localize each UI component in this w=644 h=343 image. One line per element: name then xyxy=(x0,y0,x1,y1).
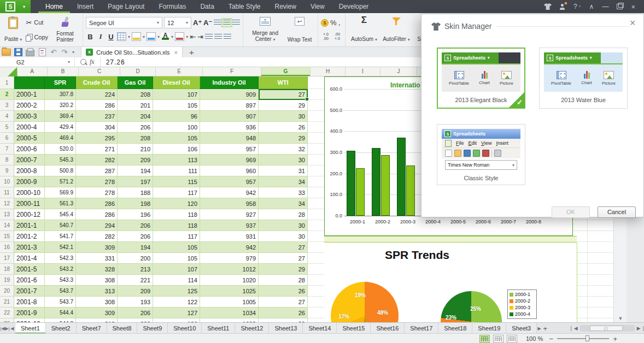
cell[interactable]: 500.8 xyxy=(45,165,76,176)
cell[interactable]: 106 xyxy=(153,144,200,155)
align-bottom-icon[interactable] xyxy=(232,20,240,26)
skin-option-classic-style[interactable]: S Spreadsheets File Edit View Insert T xyxy=(437,124,525,185)
header-cell-diesel-oil[interactable]: Diesel Oil xyxy=(153,76,200,89)
cell[interactable]: 107 xyxy=(153,89,200,100)
cell[interactable]: 105 xyxy=(153,253,200,264)
cell[interactable]: 561.3 xyxy=(45,198,76,209)
sheet-tab-sheet19[interactable]: Sheet19 xyxy=(472,323,506,334)
row-number-10[interactable]: 10 xyxy=(0,176,14,187)
underline-button[interactable]: U xyxy=(107,33,115,41)
decrease-indent-icon[interactable]: ⇤ xyxy=(190,33,196,41)
cell[interactable]: 2001-1 xyxy=(14,220,45,231)
cell[interactable]: 204 xyxy=(118,111,153,122)
cell[interactable]: 2001-10 xyxy=(14,318,45,322)
skin-icon[interactable] xyxy=(544,3,552,10)
cell[interactable]: 29 xyxy=(259,264,308,275)
merge-center-button[interactable]: Merge and Center ▾ xyxy=(246,15,284,45)
cell[interactable]: 308 xyxy=(76,297,118,307)
cell[interactable]: 542.1 xyxy=(45,242,76,253)
cell[interactable]: 200 xyxy=(118,253,153,264)
align-center-icon[interactable] xyxy=(214,34,222,40)
sheet-nav-prev[interactable]: ◀ xyxy=(10,323,15,334)
row-number-15[interactable]: 15 xyxy=(0,231,14,242)
row-number-23[interactable]: 23 xyxy=(0,318,14,322)
cell[interactable]: 2000-5 xyxy=(14,133,45,144)
wrap-text-button[interactable]: ↩ Wrap Text xyxy=(284,15,315,45)
document-tab[interactable]: X Crude Oil Sto...Situation.xls × xyxy=(81,46,183,57)
menu-tab-insert[interactable]: Insert xyxy=(70,0,101,13)
cell-shading-dropdown[interactable] xyxy=(132,32,141,41)
row-number-3[interactable]: 3 xyxy=(0,100,14,111)
cell[interactable]: 286 xyxy=(76,209,118,220)
cell[interactable]: 1034 xyxy=(200,307,259,318)
page-layout-view-button[interactable] xyxy=(507,335,517,343)
row-number-20[interactable]: 20 xyxy=(0,286,14,297)
align-top-icon[interactable] xyxy=(214,20,221,26)
cell[interactable]: 278 xyxy=(76,176,118,187)
cell[interactable]: 100 xyxy=(153,122,200,133)
column-header-i[interactable]: I xyxy=(346,67,380,76)
cell[interactable]: 237 xyxy=(76,111,118,122)
cell[interactable]: 224 xyxy=(76,89,118,100)
cell[interactable]: 206 xyxy=(118,307,153,318)
cell[interactable]: 28 xyxy=(259,209,308,220)
help-icon[interactable]: ?▾ xyxy=(573,3,581,10)
cell[interactable]: 286 xyxy=(76,198,118,209)
header-cell-gas-oil[interactable]: Gas Oil xyxy=(118,76,153,89)
cell[interactable]: 520.0 xyxy=(45,144,76,155)
cell[interactable]: 969 xyxy=(200,155,259,165)
cell[interactable]: 26 xyxy=(259,122,308,133)
row-number-9[interactable]: 9 xyxy=(0,165,14,176)
cell[interactable]: 208 xyxy=(118,318,153,322)
cell[interactable]: 194 xyxy=(118,165,153,176)
cell[interactable]: 115 xyxy=(153,176,200,187)
sheet-tab-sheet13[interactable]: Sheet13 xyxy=(269,323,303,334)
cell[interactable]: 221 xyxy=(118,275,153,286)
cell[interactable]: 331 xyxy=(76,253,118,264)
cell[interactable]: 208 xyxy=(118,133,153,144)
cell[interactable]: 909 xyxy=(200,89,259,100)
column-header-c[interactable]: C xyxy=(79,67,120,76)
cell[interactable]: 30 xyxy=(259,155,308,165)
cell[interactable]: 328 xyxy=(76,264,118,275)
cell[interactable]: 948 xyxy=(200,133,259,144)
cell[interactable]: 2000-2 xyxy=(14,100,45,111)
cell[interactable]: 2000-6 xyxy=(14,144,45,155)
cell[interactable]: 2001-9 xyxy=(14,307,45,318)
cell[interactable]: 2001-3 xyxy=(14,242,45,253)
menu-tab-view[interactable]: View xyxy=(303,0,332,13)
paste-button[interactable]: Paste ▾ xyxy=(3,15,24,45)
row-number-6[interactable]: 6 xyxy=(0,133,14,144)
cell[interactable]: 209 xyxy=(118,286,153,297)
cell[interactable]: 1020 xyxy=(200,275,259,286)
cell[interactable]: 105 xyxy=(153,133,200,144)
cell[interactable]: 29 xyxy=(259,133,308,144)
cell[interactable]: 278 xyxy=(76,187,118,198)
shrink-font-button[interactable]: A⁻ xyxy=(203,19,212,27)
cell[interactable]: 957 xyxy=(200,176,259,187)
cell[interactable]: 32 xyxy=(259,144,308,155)
cell[interactable]: 958 xyxy=(200,198,259,209)
sheet-tab-sheet1[interactable]: Sheet1 xyxy=(15,323,46,334)
cell[interactable]: 2000-4 xyxy=(14,122,45,133)
cell[interactable]: 197 xyxy=(118,176,153,187)
cell[interactable]: 30 xyxy=(259,231,308,242)
cell[interactable]: 287 xyxy=(76,165,118,176)
align-left-icon[interactable] xyxy=(205,34,213,40)
align-middle-icon[interactable] xyxy=(223,20,231,26)
sheet-tab-sheet18[interactable]: Sheet18 xyxy=(438,323,472,334)
row-number-2[interactable]: 2 xyxy=(0,89,14,100)
row-number-18[interactable]: 18 xyxy=(0,264,14,275)
column-header-f[interactable]: F xyxy=(203,67,261,76)
cell[interactable]: 120 xyxy=(153,198,200,209)
cell[interactable]: 543.3 xyxy=(45,275,76,286)
row-number-8[interactable]: 8 xyxy=(0,155,14,165)
cell[interactable]: 196 xyxy=(118,209,153,220)
cell[interactable]: 1025 xyxy=(200,286,259,297)
cell[interactable]: 942 xyxy=(200,242,259,253)
cell[interactable]: 569.9 xyxy=(45,187,76,198)
cell[interactable]: 1012 xyxy=(200,264,259,275)
dialog-close-icon[interactable]: ✕ xyxy=(629,19,636,27)
cell[interactable]: 543.2 xyxy=(45,264,76,275)
save-button[interactable] xyxy=(12,47,24,57)
